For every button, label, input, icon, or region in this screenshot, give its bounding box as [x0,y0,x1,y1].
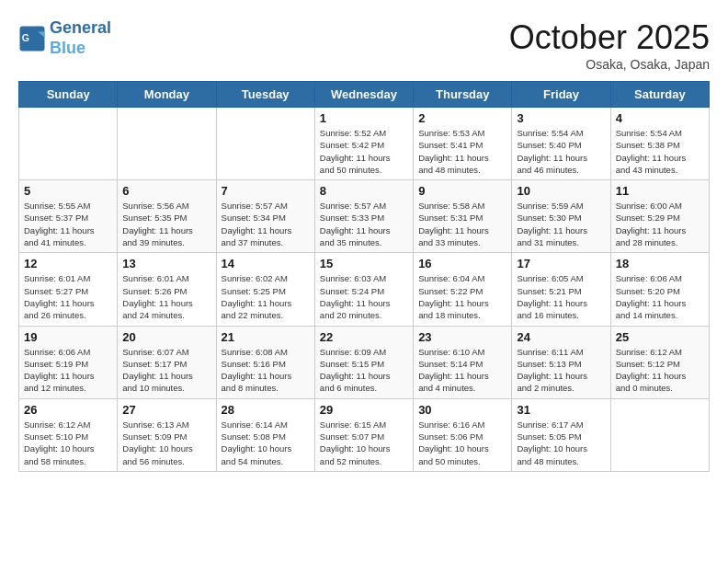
logo-text: General Blue [50,18,111,58]
logo-icon: G [18,25,46,52]
weekday-header-wednesday: Wednesday [314,82,413,108]
calendar-cell: 28Sunrise: 6:14 AM Sunset: 5:08 PM Dayli… [216,398,314,471]
calendar-week-row: 5Sunrise: 5:55 AM Sunset: 5:37 PM Daylig… [19,180,710,253]
day-number: 27 [122,403,210,417]
calendar-cell: 6Sunrise: 5:56 AM Sunset: 5:35 PM Daylig… [118,180,216,253]
day-number: 16 [418,257,506,270]
calendar-cell: 3Sunrise: 5:54 AM Sunset: 5:40 PM Daylig… [512,108,610,180]
day-info: Sunrise: 6:10 AM Sunset: 5:14 PM Dayligh… [418,346,506,395]
calendar-cell: 18Sunrise: 6:06 AM Sunset: 5:20 PM Dayli… [610,253,709,326]
day-info: Sunrise: 6:06 AM Sunset: 5:19 PM Dayligh… [24,346,112,395]
day-number: 6 [122,184,210,198]
day-number: 24 [517,330,605,344]
day-number: 22 [320,330,408,344]
calendar-cell: 25Sunrise: 6:12 AM Sunset: 5:12 PM Dayli… [610,326,709,398]
day-number: 21 [222,330,310,344]
calendar-week-row: 19Sunrise: 6:06 AM Sunset: 5:19 PM Dayli… [19,326,710,398]
calendar-cell: 29Sunrise: 6:15 AM Sunset: 5:07 PM Dayli… [314,398,413,471]
calendar-week-row: 26Sunrise: 6:12 AM Sunset: 5:10 PM Dayli… [19,398,710,471]
day-info: Sunrise: 6:09 AM Sunset: 5:15 PM Dayligh… [320,346,408,395]
calendar-cell: 15Sunrise: 6:03 AM Sunset: 5:24 PM Dayli… [314,253,413,326]
calendar-cell: 31Sunrise: 6:17 AM Sunset: 5:05 PM Dayli… [512,398,610,471]
day-info: Sunrise: 6:16 AM Sunset: 5:06 PM Dayligh… [418,419,506,467]
calendar-cell: 10Sunrise: 5:59 AM Sunset: 5:30 PM Dayli… [512,180,610,253]
day-info: Sunrise: 6:05 AM Sunset: 5:21 PM Dayligh… [517,272,605,321]
day-info: Sunrise: 6:15 AM Sunset: 5:07 PM Dayligh… [320,419,408,467]
calendar-cell: 26Sunrise: 6:12 AM Sunset: 5:10 PM Dayli… [19,398,118,471]
weekday-header-thursday: Thursday [414,82,512,108]
day-number: 1 [320,111,408,125]
calendar-cell: 1Sunrise: 5:52 AM Sunset: 5:42 PM Daylig… [314,108,413,180]
day-info: Sunrise: 6:14 AM Sunset: 5:08 PM Dayligh… [222,419,310,467]
day-info: Sunrise: 6:00 AM Sunset: 5:29 PM Dayligh… [616,200,704,248]
calendar-week-row: 12Sunrise: 6:01 AM Sunset: 5:27 PM Dayli… [19,253,710,326]
day-info: Sunrise: 6:13 AM Sunset: 5:09 PM Dayligh… [122,419,210,467]
day-info: Sunrise: 6:11 AM Sunset: 5:13 PM Dayligh… [517,346,605,395]
calendar-cell: 14Sunrise: 6:02 AM Sunset: 5:25 PM Dayli… [216,253,314,326]
calendar-cell [118,108,216,180]
day-number: 29 [320,403,408,417]
calendar-cell: 2Sunrise: 5:53 AM Sunset: 5:41 PM Daylig… [414,108,512,180]
day-info: Sunrise: 6:17 AM Sunset: 5:05 PM Dayligh… [517,419,605,467]
day-number: 20 [122,330,210,344]
weekday-header-saturday: Saturday [610,82,709,108]
calendar-cell: 11Sunrise: 6:00 AM Sunset: 5:29 PM Dayli… [610,180,709,253]
calendar-cell: 22Sunrise: 6:09 AM Sunset: 5:15 PM Dayli… [314,326,413,398]
day-info: Sunrise: 6:07 AM Sunset: 5:17 PM Dayligh… [122,346,210,395]
calendar-header-row: SundayMondayTuesdayWednesdayThursdayFrid… [19,82,710,108]
calendar-body: 1Sunrise: 5:52 AM Sunset: 5:42 PM Daylig… [19,108,710,472]
day-info: Sunrise: 5:54 AM Sunset: 5:40 PM Dayligh… [517,127,605,176]
calendar-cell: 12Sunrise: 6:01 AM Sunset: 5:27 PM Dayli… [19,253,118,326]
calendar-cell: 17Sunrise: 6:05 AM Sunset: 5:21 PM Dayli… [512,253,610,326]
title-block: October 2025 Osaka, Osaka, Japan [509,18,710,72]
page-header: G General Blue October 2025 Osaka, Osaka… [18,18,710,72]
calendar-table: SundayMondayTuesdayWednesdayThursdayFrid… [18,81,710,472]
location: Osaka, Osaka, Japan [509,57,710,72]
day-number: 9 [418,184,506,198]
day-info: Sunrise: 6:03 AM Sunset: 5:24 PM Dayligh… [320,272,408,321]
day-number: 26 [24,403,112,417]
calendar-cell: 8Sunrise: 5:57 AM Sunset: 5:33 PM Daylig… [314,180,413,253]
day-number: 14 [222,257,310,270]
day-number: 19 [24,330,112,344]
day-info: Sunrise: 6:02 AM Sunset: 5:25 PM Dayligh… [222,272,310,321]
day-info: Sunrise: 5:57 AM Sunset: 5:33 PM Dayligh… [320,200,408,248]
month-title: October 2025 [509,18,710,57]
day-info: Sunrise: 5:54 AM Sunset: 5:38 PM Dayligh… [616,127,704,176]
calendar-cell: 5Sunrise: 5:55 AM Sunset: 5:37 PM Daylig… [19,180,118,253]
logo: G General Blue [18,18,111,58]
calendar-cell: 27Sunrise: 6:13 AM Sunset: 5:09 PM Dayli… [118,398,216,471]
calendar-cell: 30Sunrise: 6:16 AM Sunset: 5:06 PM Dayli… [414,398,512,471]
day-number: 15 [320,257,408,270]
day-number: 10 [517,184,605,198]
day-number: 4 [616,111,704,125]
day-info: Sunrise: 5:55 AM Sunset: 5:37 PM Dayligh… [24,200,112,248]
day-number: 7 [222,184,310,198]
calendar-cell: 13Sunrise: 6:01 AM Sunset: 5:26 PM Dayli… [118,253,216,326]
day-number: 12 [24,257,112,270]
calendar-cell: 9Sunrise: 5:58 AM Sunset: 5:31 PM Daylig… [414,180,512,253]
day-info: Sunrise: 5:59 AM Sunset: 5:30 PM Dayligh… [517,200,605,248]
calendar-cell: 16Sunrise: 6:04 AM Sunset: 5:22 PM Dayli… [414,253,512,326]
day-number: 11 [616,184,704,198]
calendar-cell: 4Sunrise: 5:54 AM Sunset: 5:38 PM Daylig… [610,108,709,180]
weekday-header-tuesday: Tuesday [216,82,314,108]
day-info: Sunrise: 6:06 AM Sunset: 5:20 PM Dayligh… [616,272,704,321]
svg-text:G: G [22,32,29,43]
day-number: 5 [24,184,112,198]
calendar-cell: 19Sunrise: 6:06 AM Sunset: 5:19 PM Dayli… [19,326,118,398]
day-info: Sunrise: 5:57 AM Sunset: 5:34 PM Dayligh… [222,200,310,248]
calendar-cell [216,108,314,180]
day-number: 8 [320,184,408,198]
weekday-header-friday: Friday [512,82,610,108]
day-info: Sunrise: 5:52 AM Sunset: 5:42 PM Dayligh… [320,127,408,176]
day-info: Sunrise: 5:58 AM Sunset: 5:31 PM Dayligh… [418,200,506,248]
day-number: 28 [222,403,310,417]
day-info: Sunrise: 5:53 AM Sunset: 5:41 PM Dayligh… [418,127,506,176]
calendar-cell: 23Sunrise: 6:10 AM Sunset: 5:14 PM Dayli… [414,326,512,398]
day-number: 17 [517,257,605,270]
day-info: Sunrise: 6:08 AM Sunset: 5:16 PM Dayligh… [222,346,310,395]
day-number: 18 [616,257,704,270]
calendar-cell [19,108,118,180]
calendar-cell: 21Sunrise: 6:08 AM Sunset: 5:16 PM Dayli… [216,326,314,398]
